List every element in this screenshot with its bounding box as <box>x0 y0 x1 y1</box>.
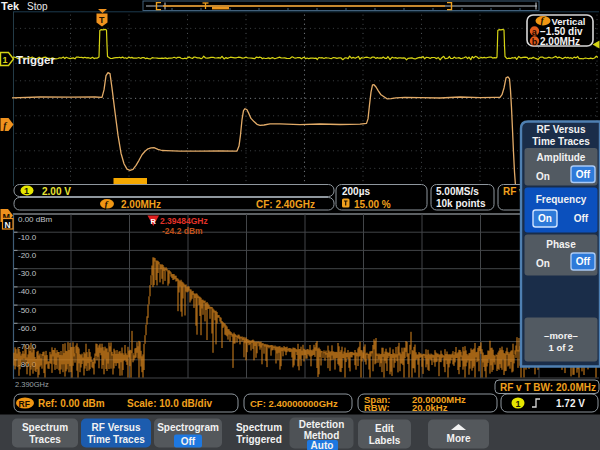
svg-text:b: b <box>532 37 538 47</box>
svg-text:Tek: Tek <box>1 0 20 12</box>
svg-text:Method: Method <box>304 430 340 441</box>
svg-text:2.00MHz: 2.00MHz <box>540 36 580 47</box>
svg-text:Off: Off <box>576 256 591 267</box>
svg-text:Off: Off <box>181 436 196 447</box>
svg-text:Off: Off <box>574 213 589 224</box>
svg-text:10k points: 10k points <box>436 198 486 209</box>
svg-text:Amplitude: Amplitude <box>537 152 586 163</box>
svg-text:20.0kHz: 20.0kHz <box>412 402 448 413</box>
svg-text:Trigger: Trigger <box>16 54 56 66</box>
svg-text:-50.0: -50.0 <box>18 306 37 315</box>
svg-text:–more–: –more– <box>544 330 578 341</box>
svg-text:CF: 2.40GHz: CF: 2.40GHz <box>256 199 315 210</box>
svg-text:More: More <box>447 433 471 444</box>
svg-text:CF: 2.40000000GHz: CF: 2.40000000GHz <box>250 398 338 409</box>
svg-text:Detection: Detection <box>299 419 345 430</box>
svg-text:0.00 dBm: 0.00 dBm <box>18 215 53 224</box>
svg-text:-40.0: -40.0 <box>18 287 37 296</box>
svg-text:-30.0: -30.0 <box>18 269 37 278</box>
svg-text:-20.0: -20.0 <box>18 251 37 260</box>
svg-text:Scale: 10.0 dB/div: Scale: 10.0 dB/div <box>127 398 212 409</box>
svg-text:Ref: 0.00 dBm: Ref: 0.00 dBm <box>38 398 105 409</box>
svg-text:1: 1 <box>24 186 29 196</box>
svg-text:1: 1 <box>516 399 521 409</box>
svg-text:Phase: Phase <box>546 239 576 250</box>
svg-text:Edit: Edit <box>375 423 395 434</box>
svg-text:2.00 V: 2.00 V <box>42 186 71 197</box>
svg-text:-24.2 dBm: -24.2 dBm <box>162 226 203 236</box>
svg-text:Time Traces: Time Traces <box>87 434 145 445</box>
svg-text:On: On <box>536 171 550 182</box>
svg-text:RBW:: RBW: <box>364 402 390 413</box>
svg-text:200µs: 200µs <box>342 186 370 197</box>
svg-text:RF Versus: RF Versus <box>537 124 586 135</box>
svg-text:Auto: Auto <box>311 440 334 450</box>
svg-text:N: N <box>5 220 11 230</box>
svg-text:Frequency: Frequency <box>536 194 587 205</box>
svg-text:RF Versus: RF Versus <box>92 422 141 433</box>
svg-text:2.390GHz: 2.390GHz <box>15 380 49 389</box>
svg-text:Spectrum: Spectrum <box>22 422 68 433</box>
svg-text:R: R <box>151 217 157 226</box>
svg-text:1.72 V: 1.72 V <box>556 398 585 409</box>
svg-text:1 of 2: 1 of 2 <box>549 342 574 353</box>
svg-text:Spectrogram: Spectrogram <box>157 422 219 433</box>
svg-text:Labels: Labels <box>369 435 401 446</box>
svg-text:2.00MHz: 2.00MHz <box>121 199 161 210</box>
svg-text:On: On <box>536 258 550 269</box>
svg-text:Off: Off <box>576 169 591 180</box>
svg-text:RF v T BW: 20.0MHz: RF v T BW: 20.0MHz <box>500 382 596 393</box>
svg-text:Triggered: Triggered <box>236 434 282 445</box>
svg-text:T: T <box>99 15 105 25</box>
svg-text:Spectrum: Spectrum <box>236 422 282 433</box>
svg-text:15.00 %: 15.00 % <box>354 199 391 210</box>
svg-text:Stop: Stop <box>27 1 48 12</box>
svg-text:-10.0: -10.0 <box>18 233 37 242</box>
svg-text:RF: RF <box>19 399 30 409</box>
svg-text:On: On <box>538 213 552 224</box>
svg-text:Time Traces: Time Traces <box>532 136 590 147</box>
svg-text:1: 1 <box>3 55 8 65</box>
svg-text:5.00MS/s: 5.00MS/s <box>436 186 479 197</box>
svg-text:2.39484GHz: 2.39484GHz <box>160 216 208 226</box>
svg-text:Traces: Traces <box>29 434 61 445</box>
svg-text:-60.0: -60.0 <box>18 324 37 333</box>
